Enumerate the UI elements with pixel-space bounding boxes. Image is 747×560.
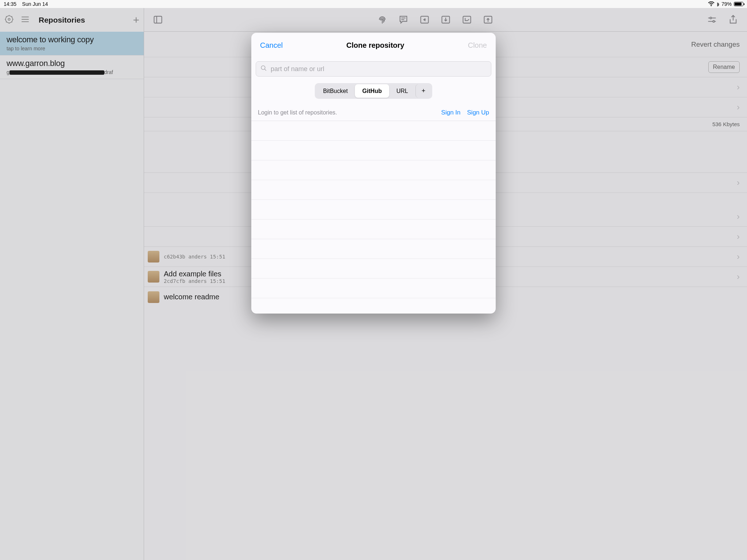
search-field[interactable] <box>256 61 463 77</box>
list-row <box>251 259 463 279</box>
modal-title: Clone repository <box>283 41 463 50</box>
tab-bitbucket[interactable]: BitBucket <box>316 84 355 98</box>
clone-repository-modal: Cancel Clone repository Clone BitBucket … <box>251 33 463 314</box>
list-row <box>251 200 463 219</box>
sign-in-link[interactable]: Sign In <box>441 109 461 116</box>
tab-add-provider[interactable]: + <box>415 84 431 98</box>
tab-github[interactable]: GitHub <box>355 84 389 98</box>
login-message: Login to get list of repositories. <box>258 109 337 116</box>
list-row <box>251 219 463 239</box>
tab-url[interactable]: URL <box>389 84 415 98</box>
svg-line-16 <box>264 69 266 71</box>
search-icon <box>260 65 267 73</box>
list-row <box>251 160 463 180</box>
cancel-button[interactable]: Cancel <box>260 41 283 50</box>
list-row <box>251 141 463 160</box>
modal-header: Cancel Clone repository Clone <box>251 33 463 58</box>
svg-point-15 <box>261 66 265 70</box>
modal-body: BitBucket GitHub URL + Login to get list… <box>251 58 463 314</box>
list-row <box>251 121 463 141</box>
login-prompt-row: Login to get list of repositories. Sign … <box>251 105 463 121</box>
search-input[interactable] <box>271 65 463 73</box>
list-row <box>251 279 463 298</box>
provider-segmented-control: BitBucket GitHub URL + <box>315 83 432 99</box>
list-row <box>251 239 463 259</box>
list-row <box>251 180 463 200</box>
modal-container: Cancel Clone repository Clone BitBucket … <box>0 0 463 347</box>
